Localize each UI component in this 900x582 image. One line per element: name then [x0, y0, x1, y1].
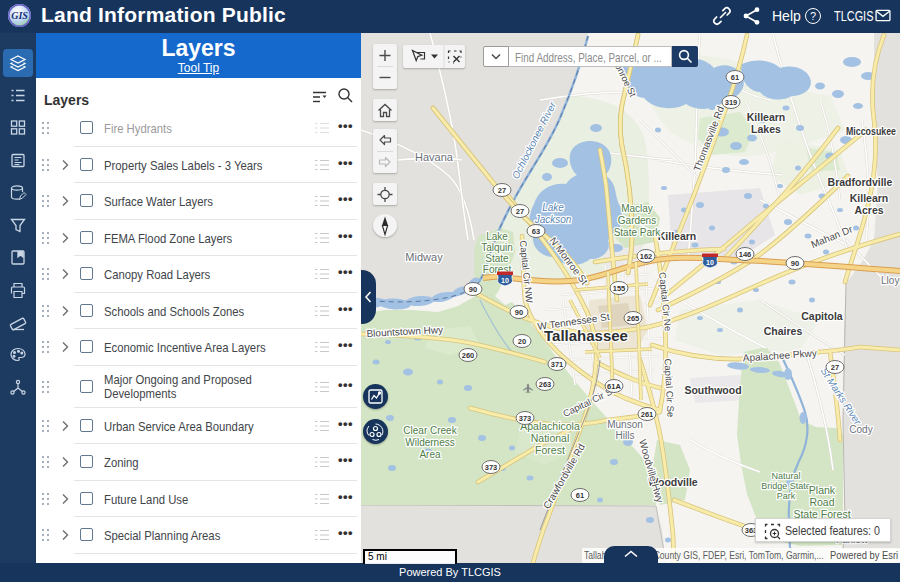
svg-text:61A: 61A: [607, 382, 621, 391]
svg-text:Maclay: Maclay: [621, 203, 653, 214]
svg-text:Lloyd: Lloyd: [881, 275, 900, 286]
svg-text:State: State: [485, 253, 509, 264]
svg-text:Lake: Lake: [542, 202, 564, 213]
svg-text:63: 63: [532, 227, 540, 236]
svg-text:Natural: Natural: [771, 471, 800, 481]
svg-text:National: National: [531, 432, 570, 444]
svg-text:Hills: Hills: [616, 430, 635, 441]
svg-text:61: 61: [731, 73, 739, 82]
svg-text:Lakes: Lakes: [751, 123, 781, 135]
svg-text:Killearn: Killearn: [850, 192, 889, 204]
svg-text:261: 261: [641, 410, 654, 419]
svg-text:Forest: Forest: [535, 444, 565, 456]
svg-text:Miccosukee: Miccosukee: [846, 125, 896, 137]
svg-text:Clear Creek: Clear Creek: [403, 425, 457, 436]
svg-text:20: 20: [518, 337, 526, 346]
svg-text:373: 373: [485, 463, 498, 472]
svg-text:Southwood: Southwood: [684, 384, 741, 396]
svg-text:263: 263: [539, 380, 552, 389]
svg-text:27: 27: [516, 207, 524, 216]
svg-text:Wilderness: Wilderness: [405, 437, 454, 448]
svg-text:155: 155: [613, 284, 626, 293]
svg-text:Bradfordville: Bradfordville: [828, 176, 893, 188]
svg-text:10: 10: [501, 277, 509, 284]
svg-text:90: 90: [515, 308, 523, 317]
svg-text:146: 146: [739, 250, 752, 259]
svg-text:Area: Area: [419, 449, 441, 460]
svg-text:Midway: Midway: [405, 251, 443, 263]
svg-text:Tallahassee: Tallahassee: [544, 327, 628, 344]
svg-text:Acres: Acres: [854, 204, 883, 216]
svg-text:27: 27: [831, 363, 839, 372]
svg-text:Havana: Havana: [415, 151, 454, 163]
svg-text:Gardens: Gardens: [618, 215, 656, 226]
svg-text:Munson: Munson: [607, 419, 643, 430]
svg-text:Talquin: Talquin: [481, 242, 513, 253]
svg-text:Jackson: Jackson: [534, 214, 572, 225]
svg-text:162: 162: [640, 252, 653, 261]
svg-text:371: 371: [551, 360, 564, 369]
svg-text:Chaires: Chaires: [764, 325, 803, 337]
svg-text:260: 260: [462, 351, 475, 360]
svg-text:Cody: Cody: [849, 424, 872, 435]
svg-text:Lake: Lake: [486, 231, 508, 242]
svg-text:265: 265: [627, 314, 640, 323]
svg-text:Park: Park: [777, 491, 796, 501]
svg-text:Capitola: Capitola: [801, 310, 843, 322]
svg-text:Killearn: Killearn: [658, 230, 697, 242]
svg-text:Plank: Plank: [809, 484, 836, 496]
svg-text:319: 319: [725, 98, 738, 107]
svg-text:373: 373: [519, 414, 532, 423]
svg-text:90: 90: [469, 285, 477, 294]
svg-text:State Park: State Park: [614, 227, 662, 238]
svg-text:Bridge State: Bridge State: [761, 481, 811, 491]
svg-text:27: 27: [498, 186, 506, 195]
svg-text:61: 61: [576, 491, 584, 500]
svg-text:Road: Road: [809, 496, 834, 508]
svg-text:Killearn: Killearn: [747, 111, 786, 123]
svg-text:90: 90: [791, 259, 799, 268]
svg-text:10: 10: [706, 259, 714, 266]
